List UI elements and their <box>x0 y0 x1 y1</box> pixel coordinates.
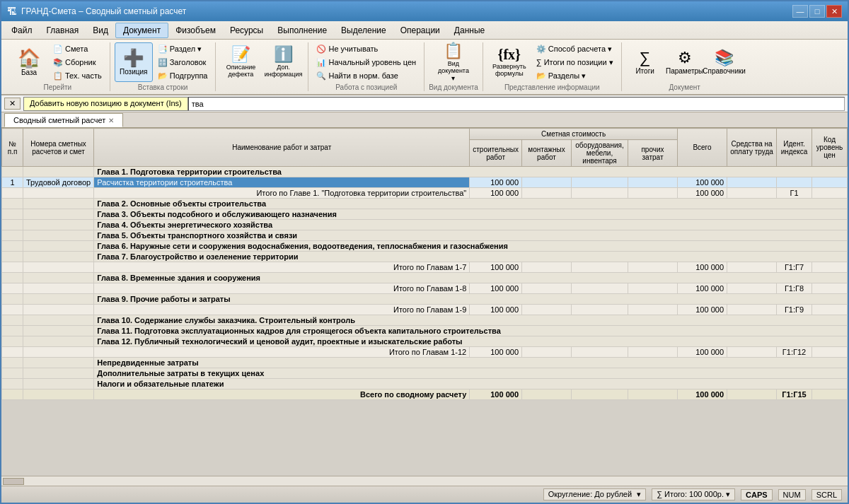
cell-trud[interactable] <box>727 262 777 273</box>
cell-montazh[interactable] <box>522 188 572 199</box>
table-row[interactable]: Глава 11. Подготовка эксплуатационных ка… <box>2 326 848 336</box>
cell-montazh[interactable] <box>522 305 572 315</box>
table-row[interactable]: Итого по Главам 1-9100 000100 000Г1:Г9 <box>2 305 848 315</box>
cell-vsego[interactable]: 100 000 <box>678 283 727 294</box>
cell-smeta-num[interactable] <box>23 389 94 400</box>
cell-name[interactable]: Расчистка территории строительства <box>94 177 470 188</box>
table-row[interactable]: Глава 6. Наружные сети и сооружения водо… <box>2 241 848 252</box>
cell-proch[interactable] <box>628 262 678 273</box>
formula-bar-close[interactable]: ✕ <box>4 98 21 110</box>
cell-name[interactable]: Итого по Главам 1-7 <box>94 262 470 273</box>
menu-operations[interactable]: Операции <box>393 23 447 37</box>
ribbon-btn-spravochniki[interactable]: 📚 Справочники <box>705 42 744 82</box>
cell-montazh[interactable] <box>522 262 572 273</box>
menu-data[interactable]: Данные <box>447 23 492 37</box>
menu-selection[interactable]: Выделение <box>334 23 393 37</box>
cell-num[interactable] <box>2 305 23 315</box>
cell-proch[interactable] <box>628 347 678 358</box>
cell-code[interactable] <box>812 305 848 315</box>
table-row[interactable]: Итого по Главам 1-12100 000100 000Г1:Г12 <box>2 347 848 358</box>
cell-code[interactable] <box>812 262 848 273</box>
cell-stroit[interactable]: 100 000 <box>470 262 522 273</box>
menu-resources[interactable]: Ресурсы <box>223 23 270 37</box>
cell-ident[interactable]: Г1:Г9 <box>777 305 812 315</box>
table-row[interactable]: Непредвиденные затраты <box>2 358 848 368</box>
menu-document[interactable]: Документ <box>115 23 168 38</box>
cell-trud[interactable] <box>727 283 777 294</box>
cell-vsego[interactable]: 100 000 <box>678 389 727 400</box>
ribbon-btn-itogiall[interactable]: ∑ Итоги <box>626 42 664 82</box>
ribbon-btn-viewdoc[interactable]: 📋 Вид документа ▾ <box>434 42 473 82</box>
ribbon-btn-findnorm[interactable]: 🔍 Найти в норм. базе <box>313 69 420 82</box>
cell-vsego[interactable]: 100 000 <box>678 177 727 188</box>
cell-equip[interactable] <box>572 188 628 199</box>
cell-smeta-num[interactable] <box>23 283 94 294</box>
cell-num[interactable] <box>2 262 23 273</box>
cell-trud[interactable] <box>727 389 777 400</box>
cell-code[interactable] <box>812 177 848 188</box>
cell-stroit[interactable]: 100 000 <box>470 188 522 199</box>
table-row[interactable]: Глава 3. Объекты подсобного и обслуживаю… <box>2 209 848 220</box>
cell-stroit[interactable]: 100 000 <box>470 305 522 315</box>
cell-equip[interactable] <box>572 283 628 294</box>
ribbon-btn-sposob[interactable]: ⚙️ Способ расчета ▾ <box>533 42 617 55</box>
cell-trud[interactable] <box>727 188 777 199</box>
ribbon-btn-razdely[interactable]: 📂 Разделы ▾ <box>533 69 617 82</box>
cell-smeta-num[interactable] <box>23 305 94 315</box>
cell-smeta-num[interactable] <box>23 347 94 358</box>
table-row[interactable]: Глава 2. Основные объекты строительства <box>2 199 848 209</box>
cell-proch[interactable] <box>628 177 678 188</box>
ribbon-btn-sbornik[interactable]: 📚 Сборник <box>50 56 105 69</box>
cell-montazh[interactable] <box>522 347 572 358</box>
table-row[interactable]: Глава 5. Объекты транспортного хозяйства… <box>2 230 848 241</box>
scrollable-table[interactable]: № п.п Номера сметных расчетов и смет Наи… <box>1 128 848 476</box>
table-row[interactable]: 1Трудовой договорРасчистка территории ст… <box>2 177 848 188</box>
table-row[interactable]: Глава 8. Временные здания и сооружения <box>2 273 848 283</box>
ribbon-btn-startlevel[interactable]: 📊 Начальный уровень цен <box>313 56 420 69</box>
maximize-button[interactable]: □ <box>809 5 825 18</box>
table-row[interactable]: Налоги и обязательные платежи <box>2 379 848 389</box>
cell-montazh[interactable] <box>522 177 572 188</box>
ribbon-btn-dopinfo[interactable]: ℹ️ Доп. информация <box>262 42 304 82</box>
cell-name[interactable]: Итого по Главам 1-8 <box>94 283 470 294</box>
menu-file[interactable]: Файл <box>4 23 40 37</box>
cell-ident[interactable]: Г1:Г15 <box>777 389 812 400</box>
close-button[interactable]: ✕ <box>826 5 842 18</box>
cell-equip[interactable] <box>572 305 628 315</box>
cell-num[interactable] <box>2 188 23 199</box>
table-row[interactable]: Глава 12. Публичный технологический и це… <box>2 336 848 347</box>
ribbon-btn-formula[interactable]: {fx} Развернуть формулы <box>487 42 531 82</box>
cell-code[interactable] <box>812 283 848 294</box>
ribbon-btn-podgruppa[interactable]: 📂 Подгруппа <box>154 69 212 82</box>
cell-ident[interactable]: Г1 <box>777 188 812 199</box>
cell-stroit[interactable]: 100 000 <box>470 389 522 400</box>
ribbon-btn-techpart[interactable]: 📋 Тех. часть <box>50 69 105 82</box>
table-row[interactable]: Итого по Главе 1. "Подготовка территории… <box>2 188 848 199</box>
table-row[interactable]: Глава 1. Подготовка территории строитель… <box>2 167 848 177</box>
cell-trud[interactable] <box>727 347 777 358</box>
table-row[interactable]: Глава 7. Благоустройство и озеленение те… <box>2 252 848 262</box>
cell-proch[interactable] <box>628 389 678 400</box>
table-row[interactable]: Глава 10. Содержание службы заказчика. С… <box>2 315 848 326</box>
formula-input[interactable] <box>188 97 845 111</box>
ribbon-btn-razdel[interactable]: 📑 Раздел ▾ <box>154 42 212 55</box>
cell-equip[interactable] <box>572 389 628 400</box>
cell-code[interactable] <box>812 389 848 400</box>
cell-trud[interactable] <box>727 177 777 188</box>
ribbon-btn-notcount[interactable]: 🚫 Не учитывать <box>313 42 420 55</box>
cell-vsego[interactable]: 100 000 <box>678 262 727 273</box>
ribbon-btn-defect[interactable]: 📝 Описание дефекта <box>220 42 261 82</box>
cell-vsego[interactable]: 100 000 <box>678 347 727 358</box>
table-row[interactable]: Итого по Главам 1-7100 000100 000Г1:Г7 <box>2 262 848 273</box>
cell-num[interactable] <box>2 389 23 400</box>
table-row[interactable]: Глава 9. Прочие работы и затраты <box>2 294 848 305</box>
cell-num[interactable] <box>2 347 23 358</box>
cell-proch[interactable] <box>628 283 678 294</box>
cell-equip[interactable] <box>572 347 628 358</box>
cell-trud[interactable] <box>727 305 777 315</box>
menu-execution[interactable]: Выполнение <box>270 23 334 37</box>
table-row[interactable]: Дополнительные затраты в текущих ценах <box>2 368 848 379</box>
cell-name[interactable]: Итого по Главам 1-9 <box>94 305 470 315</box>
cell-proch[interactable] <box>628 188 678 199</box>
cell-num[interactable]: 1 <box>2 177 23 188</box>
